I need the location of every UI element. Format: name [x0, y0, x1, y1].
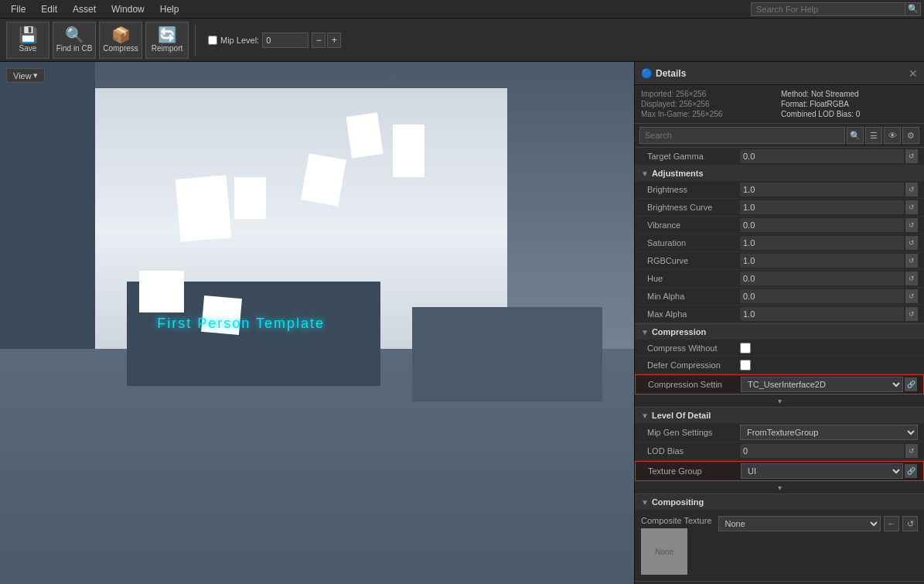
compress-without-label: Compress Without: [647, 343, 740, 353]
menu-edit[interactable]: Edit: [33, 2, 65, 16]
target-gamma-row: Target Gamma 0.0 ↺: [635, 148, 924, 166]
panel-eye-button[interactable]: 👁: [884, 127, 901, 144]
vibrance-value[interactable]: 0.0: [740, 218, 904, 232]
brightness-reset-button[interactable]: ↺: [905, 183, 918, 196]
mip-gen-settings-dropdown[interactable]: FromTextureGroup: [740, 425, 918, 440]
hue-value[interactable]: 0.0: [740, 272, 904, 285]
rgbcurve-value[interactable]: 1.0: [740, 254, 904, 268]
max-alpha-row: Max Alpha 1.0 ↺: [635, 306, 924, 323]
compositing-content: Composite Texture None None ← ↺: [635, 510, 924, 581]
scene-white5: [393, 125, 424, 177]
adjustments-section-header[interactable]: ▼ Adjustments: [635, 166, 924, 181]
lod-expand-arrow[interactable]: ▾: [635, 482, 924, 493]
texture-group-row: Texture Group UI 🔗: [635, 461, 924, 481]
method-value: Method: Not Streamed: [781, 90, 918, 98]
viewport-toolbar: View ▾: [6, 68, 45, 83]
scene-box2: [412, 307, 602, 401]
menu-asset[interactable]: Asset: [65, 2, 104, 16]
saturation-reset-button[interactable]: ↺: [905, 236, 918, 250]
saturation-row: Saturation 1.0 ↺: [635, 234, 924, 252]
compression-settings-value-container: TC_UserInterface2D 🔗: [741, 377, 917, 392]
compression-settings-link-button[interactable]: 🔗: [905, 377, 917, 391]
mip-checkbox[interactable]: [208, 36, 217, 45]
max-alpha-value[interactable]: 1.0: [740, 307, 904, 321]
adjustments-section: ▼ Adjustments Brightness 1.0 ↺ Brightnes: [635, 166, 924, 324]
compression-settings-dropdown[interactable]: TC_UserInterface2D: [741, 377, 903, 392]
defer-compression-checkbox[interactable]: [740, 360, 751, 371]
hue-value-container: 0.0 ↺: [740, 272, 918, 285]
displayed-label: Displayed: 256×256: [641, 100, 778, 108]
panel-search-input[interactable]: [639, 127, 845, 144]
mip-gen-settings-label: Mip Gen Settings: [647, 428, 740, 437]
panel-settings-button[interactable]: ⚙: [902, 127, 919, 144]
hue-row: Hue 0.0 ↺: [635, 270, 924, 288]
search-help-input[interactable]: [751, 2, 905, 16]
composite-row: None ← ↺: [718, 516, 918, 531]
find-cb-label: Find in CB: [56, 44, 93, 53]
panel-list-view-button[interactable]: ☰: [865, 127, 882, 144]
min-alpha-value-container: 0.0 ↺: [740, 289, 918, 303]
panel-close-button[interactable]: ✕: [909, 67, 918, 80]
lod-section-header[interactable]: ▼ Level Of Detail: [635, 408, 924, 423]
lod-bias-reset-button[interactable]: ↺: [905, 444, 918, 458]
lod-arrow-icon: ▼: [641, 412, 649, 420]
brightness-row: Brightness 1.0 ↺: [635, 181, 924, 199]
panel-search-button[interactable]: 🔍: [847, 127, 864, 144]
mip-increase-button[interactable]: +: [327, 32, 341, 48]
vibrance-reset-button[interactable]: ↺: [905, 218, 918, 232]
brightness-curve-reset-button[interactable]: ↺: [905, 200, 918, 214]
view-dropdown-button[interactable]: View ▾: [6, 68, 45, 83]
compression-section-header[interactable]: ▼ Compression: [635, 324, 924, 340]
brightness-curve-value[interactable]: 1.0: [740, 200, 904, 214]
composite-refresh-button[interactable]: ↺: [902, 516, 918, 531]
hue-reset-button[interactable]: ↺: [905, 272, 918, 285]
brightness-value-container: 1.0 ↺: [740, 183, 918, 196]
min-alpha-value[interactable]: 0.0: [740, 289, 904, 303]
main-content: View ▾ MapRendering: [0, 62, 924, 584]
lod-bias-value[interactable]: 0: [740, 444, 904, 458]
max-alpha-reset-button[interactable]: ↺: [905, 307, 918, 321]
menu-help[interactable]: Help: [152, 2, 187, 16]
rgbcurve-reset-button[interactable]: ↺: [905, 254, 918, 268]
compress-without-value-container: [740, 343, 918, 353]
saturation-value[interactable]: 1.0: [740, 236, 904, 250]
properties-scroll[interactable]: Target Gamma 0.0 ↺ ▼ Adjustments Brightn…: [635, 148, 924, 584]
viewport: View ▾ MapRendering: [0, 62, 634, 584]
compositing-section-header[interactable]: ▼ Compositing: [635, 494, 924, 510]
composite-arrow-left-button[interactable]: ←: [884, 516, 899, 531]
adjustments-arrow-icon: ▼: [641, 169, 649, 178]
search-help-area: 🔍: [751, 2, 921, 16]
defer-compression-label: Defer Compression: [647, 360, 740, 370]
texture-group-link-button[interactable]: 🔗: [905, 464, 917, 478]
brightness-value[interactable]: 1.0: [740, 183, 904, 196]
toolbar: 💾 Save 🔍 Find in CB 📦 Compress 🔄 Reimpor…: [0, 19, 924, 62]
save-button[interactable]: 💾 Save: [6, 22, 49, 59]
mip-level-input[interactable]: [262, 32, 309, 48]
adjustments-title: Adjustments: [652, 169, 704, 178]
composite-dropdown[interactable]: None: [718, 516, 881, 531]
mip-decrease-button[interactable]: −: [312, 32, 326, 48]
texture-group-dropdown[interactable]: UI: [741, 463, 903, 479]
scene-white6: [139, 271, 183, 312]
search-help-button[interactable]: 🔍: [905, 2, 921, 16]
find-in-cb-button[interactable]: 🔍 Find in CB: [53, 22, 96, 59]
lod-bias-row: LOD Bias 0 ↺: [635, 442, 924, 460]
target-gamma-value[interactable]: 0.0: [740, 149, 904, 163]
compress-button[interactable]: 📦 Compress: [99, 22, 142, 59]
details-panel: 🔵 Details ✕ Imported: 256×256 Method: No…: [634, 62, 924, 584]
compress-without-checkbox[interactable]: [740, 343, 751, 353]
texture-group-value-container: UI 🔗: [741, 463, 917, 479]
compression-expand-arrow[interactable]: ▾: [635, 395, 924, 407]
brightness-curve-row: Brightness Curve 1.0 ↺: [635, 199, 924, 217]
composite-texture-area: Composite Texture None: [641, 516, 712, 575]
min-alpha-reset-button[interactable]: ↺: [905, 289, 918, 303]
compression-section: ▼ Compression Compress Without Defer Com…: [635, 324, 924, 408]
reimport-button[interactable]: 🔄 Reimport: [145, 22, 189, 59]
info-grid: Imported: 256×256 Method: Not Streamed D…: [635, 85, 924, 124]
menu-file[interactable]: File: [3, 2, 33, 16]
menu-window[interactable]: Window: [104, 2, 152, 16]
compression-settings-row: Compression Settin TC_UserInterface2D 🔗: [635, 374, 924, 394]
save-label: Save: [19, 44, 37, 53]
scene-white2: [301, 153, 346, 206]
target-gamma-reset-button[interactable]: ↺: [905, 149, 918, 163]
